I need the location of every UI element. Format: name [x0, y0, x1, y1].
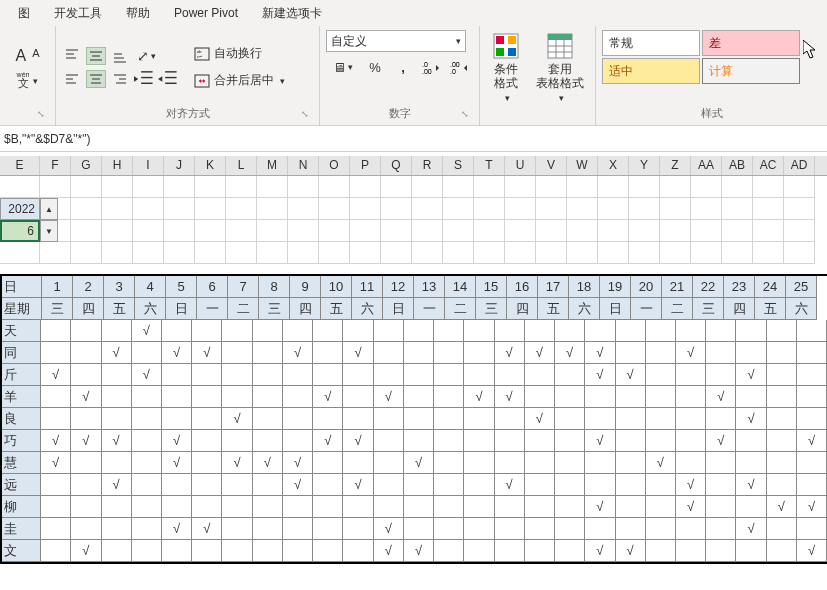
attendance-cell[interactable]: [192, 430, 222, 452]
cell[interactable]: [133, 176, 164, 198]
attendance-cell[interactable]: √: [132, 320, 162, 342]
cell[interactable]: [0, 242, 40, 264]
attendance-cell[interactable]: [222, 320, 252, 342]
attendance-cell[interactable]: [222, 540, 252, 562]
attendance-cell[interactable]: [71, 518, 101, 540]
day-header[interactable]: 六: [786, 298, 817, 320]
tab-developer[interactable]: 开发工具: [44, 1, 112, 26]
percent-button[interactable]: %: [362, 56, 388, 78]
attendance-cell[interactable]: [222, 386, 252, 408]
cell[interactable]: [536, 220, 567, 242]
attendance-cell[interactable]: [797, 452, 827, 474]
tab-view[interactable]: 图: [8, 1, 40, 26]
attendance-cell[interactable]: [525, 430, 555, 452]
attendance-cell[interactable]: [767, 452, 797, 474]
attendance-cell[interactable]: [313, 452, 343, 474]
cell[interactable]: [722, 220, 753, 242]
attendance-cell[interactable]: [646, 320, 676, 342]
cell[interactable]: [350, 220, 381, 242]
attendance-cell[interactable]: √: [71, 430, 101, 452]
year-cell[interactable]: 2022: [0, 198, 40, 220]
attendance-cell[interactable]: [555, 540, 585, 562]
attendance-cell[interactable]: [767, 386, 797, 408]
day-header[interactable]: 五: [538, 298, 569, 320]
cell[interactable]: [722, 242, 753, 264]
cell[interactable]: [71, 198, 102, 220]
attendance-cell[interactable]: [41, 474, 71, 496]
attendance-cell[interactable]: [616, 452, 646, 474]
attendance-cell[interactable]: [434, 386, 464, 408]
number-format-select[interactable]: 自定义▾: [326, 30, 466, 52]
spinner-button[interactable]: ▼: [40, 220, 58, 242]
day-header[interactable]: 18: [569, 276, 600, 298]
attendance-cell[interactable]: [313, 540, 343, 562]
attendance-cell[interactable]: √: [404, 452, 434, 474]
attendance-cell[interactable]: [222, 518, 252, 540]
attendance-cell[interactable]: [495, 320, 525, 342]
attendance-cell[interactable]: √: [283, 474, 313, 496]
day-header[interactable]: 7: [228, 276, 259, 298]
attendance-cell[interactable]: [192, 474, 222, 496]
day-header[interactable]: 2: [73, 276, 104, 298]
row-label[interactable]: 柳: [2, 496, 41, 518]
day-header[interactable]: 23: [724, 276, 755, 298]
attendance-cell[interactable]: [222, 430, 252, 452]
attendance-cell[interactable]: [313, 408, 343, 430]
cell[interactable]: [412, 220, 443, 242]
attendance-cell[interactable]: [464, 364, 494, 386]
attendance-cell[interactable]: √: [706, 386, 736, 408]
attendance-cell[interactable]: [797, 518, 827, 540]
day-header[interactable]: 六: [135, 298, 166, 320]
attendance-cell[interactable]: [464, 342, 494, 364]
row-label[interactable]: 斤: [2, 364, 41, 386]
attendance-cell[interactable]: [313, 474, 343, 496]
attendance-cell[interactable]: √: [797, 540, 827, 562]
row-label[interactable]: 星期: [2, 298, 42, 320]
cell[interactable]: [164, 176, 195, 198]
attendance-cell[interactable]: [525, 474, 555, 496]
day-header[interactable]: 8: [259, 276, 290, 298]
column-header[interactable]: N: [288, 156, 319, 175]
attendance-cell[interactable]: [132, 496, 162, 518]
attendance-cell[interactable]: [132, 452, 162, 474]
attendance-cell[interactable]: [797, 474, 827, 496]
attendance-cell[interactable]: √: [374, 540, 404, 562]
cell[interactable]: [257, 198, 288, 220]
attendance-cell[interactable]: [464, 496, 494, 518]
attendance-cell[interactable]: √: [555, 342, 585, 364]
cell[interactable]: [753, 220, 784, 242]
cell[interactable]: [257, 242, 288, 264]
attendance-cell[interactable]: [132, 540, 162, 562]
cell[interactable]: [505, 198, 536, 220]
day-header[interactable]: 三: [259, 298, 290, 320]
cell[interactable]: [133, 220, 164, 242]
cell[interactable]: [412, 198, 443, 220]
day-header[interactable]: 二: [228, 298, 259, 320]
attendance-cell[interactable]: √: [102, 430, 132, 452]
attendance-cell[interactable]: [464, 540, 494, 562]
cell[interactable]: [226, 220, 257, 242]
attendance-cell[interactable]: [555, 386, 585, 408]
attendance-cell[interactable]: [616, 496, 646, 518]
attendance-cell[interactable]: √: [343, 474, 373, 496]
cell[interactable]: [660, 242, 691, 264]
cell[interactable]: [443, 198, 474, 220]
attendance-cell[interactable]: [192, 496, 222, 518]
attendance-cell[interactable]: [736, 540, 766, 562]
attendance-cell[interactable]: [676, 408, 706, 430]
cell[interactable]: [195, 220, 226, 242]
cell[interactable]: [102, 220, 133, 242]
cell[interactable]: [319, 220, 350, 242]
column-header[interactable]: I: [133, 156, 164, 175]
column-header[interactable]: J: [164, 156, 195, 175]
attendance-cell[interactable]: [283, 408, 313, 430]
increase-indent-button[interactable]: [158, 70, 178, 88]
attendance-cell[interactable]: √: [41, 452, 71, 474]
column-header[interactable]: L: [226, 156, 257, 175]
column-header[interactable]: Z: [660, 156, 691, 175]
attendance-cell[interactable]: [434, 518, 464, 540]
column-header[interactable]: H: [102, 156, 133, 175]
attendance-cell[interactable]: [192, 540, 222, 562]
attendance-cell[interactable]: [132, 430, 162, 452]
column-header[interactable]: G: [71, 156, 102, 175]
